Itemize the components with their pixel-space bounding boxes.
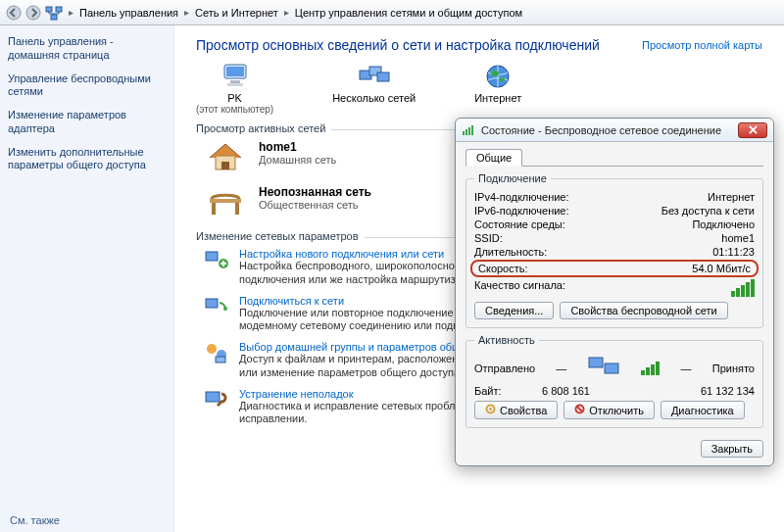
svg-rect-26 <box>216 357 225 363</box>
svg-rect-6 <box>226 67 244 76</box>
ssid-value: home1 <box>721 232 755 244</box>
speed-label: Скорость: <box>478 263 528 274</box>
svg-rect-3 <box>56 7 62 12</box>
disable-icon <box>574 404 585 416</box>
svg-rect-30 <box>468 127 470 135</box>
breadcrumb-item[interactable]: Сеть и Интернет <box>195 7 278 19</box>
full-map-link[interactable]: Просмотр полной карты <box>642 39 762 51</box>
group-label: Подключение <box>474 172 551 184</box>
home-network-icon <box>206 140 245 175</box>
ipv4-value: Интернет <box>708 191 755 203</box>
map-pc-label: PK <box>196 92 273 104</box>
chevron-right-icon: ▸ <box>182 7 191 18</box>
chevron-right-icon: ▸ <box>67 7 75 18</box>
diagnose-button[interactable]: Диагностика <box>661 401 745 419</box>
network-name: home1 <box>259 140 297 154</box>
svg-rect-2 <box>46 7 52 12</box>
multiple-networks-icon <box>358 63 391 92</box>
dialog-titlebar[interactable]: Состояние - Беспроводное сетевое соедине… <box>456 119 773 142</box>
activity-group: Активность Отправлено — — Принято Байт: … <box>466 334 763 428</box>
troubleshoot-icon <box>204 388 229 427</box>
ipv4-label: IPv4-подключение: <box>474 191 569 203</box>
svg-rect-27 <box>206 392 220 402</box>
sidebar-item-wireless[interactable]: Управление беспроводными сетями <box>8 73 166 100</box>
status-dialog: Состояние - Беспроводное сетевое соедине… <box>455 118 774 466</box>
task-link[interactable]: Устранение неполадок <box>239 388 354 400</box>
svg-point-24 <box>207 344 217 354</box>
network-map: PK (этот компьютер) Несколько сетей Инте… <box>196 63 768 115</box>
media-label: Состояние среды: <box>474 218 565 230</box>
svg-rect-31 <box>471 125 473 135</box>
svg-rect-7 <box>230 80 240 83</box>
speed-row-highlight: Скорость:54.0 Мбит/с <box>470 260 759 277</box>
sidebar-item-adapter[interactable]: Изменение параметров адаптера <box>8 109 166 136</box>
svg-rect-18 <box>212 203 216 215</box>
bytes-sent: 6 808 161 <box>542 385 590 397</box>
network-type: Общественная сеть <box>259 199 371 211</box>
sidebar: Панель управления - домашняя страница Уп… <box>0 25 174 532</box>
sidebar-item-sharing[interactable]: Изменить дополнительные параметры общего… <box>8 146 166 173</box>
tab-general[interactable]: Общие <box>466 149 522 167</box>
task-link[interactable]: Подключиться к сети <box>239 295 344 307</box>
svg-point-0 <box>7 6 21 20</box>
breadcrumb-item[interactable]: Центр управления сетями и общим доступом <box>295 7 522 19</box>
dialog-title: Состояние - Беспроводное сетевое соедине… <box>481 124 732 136</box>
svg-rect-28 <box>463 131 465 135</box>
svg-rect-32 <box>589 358 603 367</box>
svg-rect-17 <box>210 199 241 203</box>
sidebar-see-also: См. также <box>10 514 60 526</box>
network-center-icon <box>45 4 63 22</box>
svg-rect-4 <box>51 15 57 20</box>
signal-bars-icon <box>731 279 755 297</box>
public-network-icon <box>206 185 245 220</box>
bytes-recv: 61 132 134 <box>701 385 755 397</box>
details-button[interactable]: Сведения... <box>474 302 554 319</box>
duration-value: 01:11:23 <box>712 246 755 258</box>
map-pc-sub: (этот компьютер) <box>196 104 273 115</box>
signal-label: Качество сигнала: <box>474 279 565 297</box>
bytes-label: Байт: <box>474 385 502 397</box>
map-internet-label: Интернет <box>474 92 521 104</box>
ipv6-label: IPv6-подключение: <box>474 205 569 217</box>
wireless-props-button[interactable]: Свойства беспроводной сети <box>560 302 727 319</box>
recv-label: Принято <box>712 363 755 374</box>
tab-strip: Общие <box>466 148 763 167</box>
connection-group: Подключение IPv4-подключение:Интернет IP… <box>466 172 763 328</box>
svg-rect-22 <box>206 299 218 308</box>
sidebar-item-home[interactable]: Панель управления - домашняя страница <box>8 35 166 63</box>
chevron-right-icon: ▸ <box>282 7 291 18</box>
wifi-status-icon <box>462 122 475 138</box>
activity-computers-icon <box>587 356 620 381</box>
nav-fwd-icon[interactable] <box>25 5 41 21</box>
svg-rect-33 <box>605 363 618 373</box>
ssid-label: SSID: <box>474 232 503 244</box>
svg-point-14 <box>499 77 505 81</box>
svg-rect-20 <box>206 252 218 261</box>
group-label: Активность <box>474 334 539 346</box>
breadcrumb-item[interactable]: Панель управления <box>79 7 178 19</box>
svg-point-13 <box>491 71 499 76</box>
svg-point-1 <box>26 6 40 20</box>
gear-icon <box>485 404 496 416</box>
nav-back-icon[interactable] <box>6 5 22 21</box>
connect-icon <box>204 295 229 334</box>
svg-rect-19 <box>235 203 239 215</box>
duration-label: Длительность: <box>474 246 547 258</box>
close-dialog-button[interactable]: Закрыть <box>701 440 763 458</box>
svg-rect-16 <box>221 162 229 169</box>
svg-point-23 <box>223 307 227 311</box>
homegroup-icon <box>204 341 229 380</box>
activity-signal-icon <box>641 362 660 375</box>
this-pc-icon <box>219 63 252 92</box>
network-type-link[interactable]: Домашняя сеть <box>259 154 336 166</box>
disable-button[interactable]: Отключить <box>564 401 655 419</box>
network-name: Неопознанная сеть <box>259 185 371 199</box>
close-button[interactable] <box>738 122 767 138</box>
properties-button[interactable]: Свойства <box>474 401 558 419</box>
task-link[interactable]: Настройка нового подключения или сети <box>239 248 444 260</box>
new-connection-icon <box>204 248 229 287</box>
media-value: Подключено <box>692 218 755 230</box>
sent-label: Отправлено <box>474 363 535 374</box>
svg-rect-8 <box>227 83 243 86</box>
svg-rect-29 <box>466 129 467 135</box>
